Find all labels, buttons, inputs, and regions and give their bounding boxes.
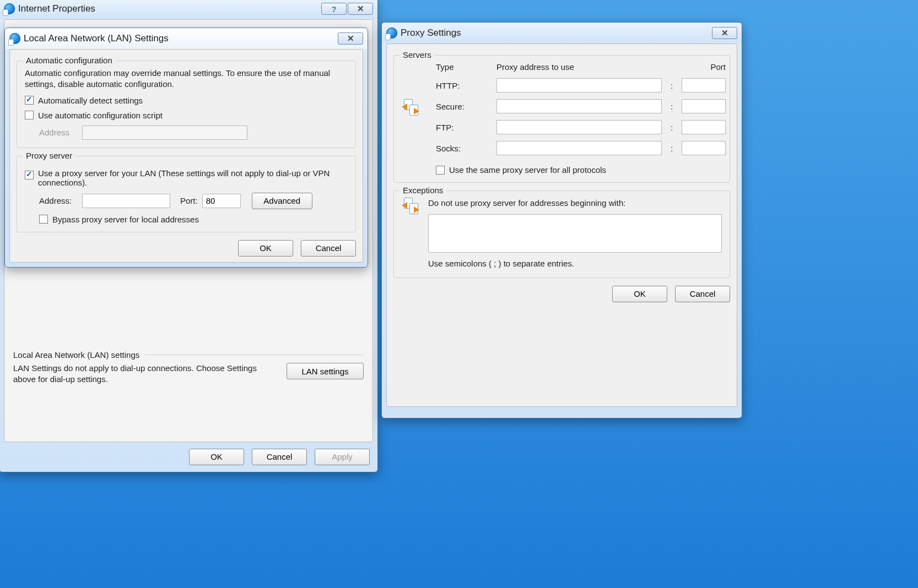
lan-settings-window: Local Area Network (LAN) Settings ✕ Auto… [4, 28, 368, 268]
exceptions-hint: Use semicolons ( ; ) to separate entries… [428, 258, 722, 269]
ftp-port-input[interactable] [682, 120, 726, 134]
ip-lan-section: Local Area Network (LAN) settings LAN Se… [13, 350, 364, 385]
use-script-checkbox[interactable] [25, 111, 34, 119]
lan-settings-button[interactable]: LAN settings [287, 363, 364, 379]
servers-legend: Servers [399, 50, 435, 59]
proxy-port-input[interactable] [202, 194, 241, 208]
lan-cancel-button[interactable]: Cancel [301, 240, 356, 257]
col-addr: Proxy address to use [496, 62, 662, 72]
internet-options-icon [386, 28, 397, 39]
secure-port-input[interactable] [682, 99, 726, 113]
auto-legend: Automatic configuration [23, 56, 116, 65]
secure-address-input[interactable] [496, 99, 662, 113]
http-address-input[interactable] [496, 78, 662, 92]
secure-label: Secure: [436, 102, 491, 111]
script-address-input[interactable] [82, 126, 247, 140]
colon-sep: : [667, 102, 676, 111]
socks-address-input[interactable] [496, 141, 662, 155]
ip-ok-button[interactable]: OK [189, 449, 244, 465]
bypass-local-label: Bypass proxy server for local addresses [52, 215, 199, 224]
exceptions-group: Exceptions Do not use proxy server for a… [393, 190, 730, 278]
same-proxy-label: Use the same proxy server for all protoc… [449, 165, 606, 175]
col-type: Type [436, 62, 491, 72]
close-button[interactable]: ✕ [348, 3, 373, 15]
use-proxy-checkbox[interactable] [25, 171, 34, 179]
help-button[interactable]: ? [321, 3, 347, 15]
proxy-settings-body: Servers Type Proxy address to use Port H… [386, 43, 737, 407]
advanced-button[interactable]: Advanced [252, 193, 312, 209]
ftp-address-input[interactable] [496, 120, 662, 134]
lan-settings-title: Local Area Network (LAN) Settings [24, 33, 338, 44]
use-proxy-label: Use a proxy server for your LAN (These s… [38, 168, 347, 187]
internet-options-icon [9, 33, 20, 44]
auto-note: Automatic configuration may override man… [25, 68, 348, 90]
exceptions-legend: Exceptions [399, 186, 446, 195]
proxy-address-label: Address: [39, 196, 78, 205]
socks-port-input[interactable] [682, 141, 726, 155]
servers-icon [402, 99, 419, 117]
colon-sep: : [667, 123, 676, 132]
internet-properties-titlebar[interactable]: Internet Properties ? ✕ [0, 0, 377, 19]
proxy-legend: Proxy server [23, 151, 75, 160]
http-label: HTTP: [436, 81, 491, 90]
socks-label: Socks: [436, 144, 491, 153]
ip-cancel-button[interactable]: Cancel [252, 449, 307, 465]
proxy-address-input[interactable] [82, 194, 170, 208]
colon-sep: : [667, 81, 676, 90]
automatic-configuration-group: Automatic configuration Automatic config… [17, 61, 356, 148]
separator-line [145, 355, 364, 355]
http-port-input[interactable] [682, 78, 726, 92]
lan-section-note: LAN Settings do not apply to dial-up con… [13, 363, 277, 385]
auto-detect-label: Automatically detect settings [38, 96, 143, 105]
proxy-settings-window: Proxy Settings ✕ Servers Type Proxy addr… [381, 22, 742, 418]
auto-detect-checkbox[interactable] [25, 96, 34, 105]
internet-properties-title: Internet Properties [18, 3, 321, 14]
col-port: Port [682, 62, 726, 72]
lan-settings-titlebar[interactable]: Local Area Network (LAN) Settings ✕ [5, 28, 368, 49]
ftp-label: FTP: [436, 123, 491, 132]
ip-apply-button[interactable]: Apply [315, 449, 370, 465]
lan-ok-button[interactable]: OK [238, 240, 293, 257]
proxy-server-group: Proxy server Use a proxy server for your… [17, 156, 356, 232]
same-proxy-checkbox[interactable] [436, 166, 445, 175]
servers-group: Servers Type Proxy address to use Port H… [393, 55, 730, 183]
ps-ok-button[interactable]: OK [612, 286, 667, 302]
colon-sep: : [667, 144, 676, 153]
ps-cancel-button[interactable]: Cancel [675, 286, 730, 302]
exceptions-textarea[interactable] [428, 214, 722, 253]
lan-settings-body: Automatic configuration Automatic config… [9, 49, 363, 263]
close-button[interactable]: ✕ [338, 32, 363, 45]
proxy-settings-titlebar[interactable]: Proxy Settings ✕ [382, 23, 742, 43]
exceptions-note: Do not use proxy server for addresses be… [428, 198, 722, 209]
internet-options-icon [4, 3, 15, 14]
proxy-port-label: Port: [180, 196, 198, 205]
proxy-settings-title: Proxy Settings [401, 28, 712, 39]
bypass-local-checkbox[interactable] [39, 215, 48, 224]
use-script-label: Use automatic configuration script [38, 111, 163, 120]
script-address-label: Address [39, 128, 78, 137]
lan-section-legend: Local Area Network (LAN) settings [13, 350, 139, 360]
close-button[interactable]: ✕ [712, 27, 737, 39]
exceptions-icon [402, 198, 419, 215]
